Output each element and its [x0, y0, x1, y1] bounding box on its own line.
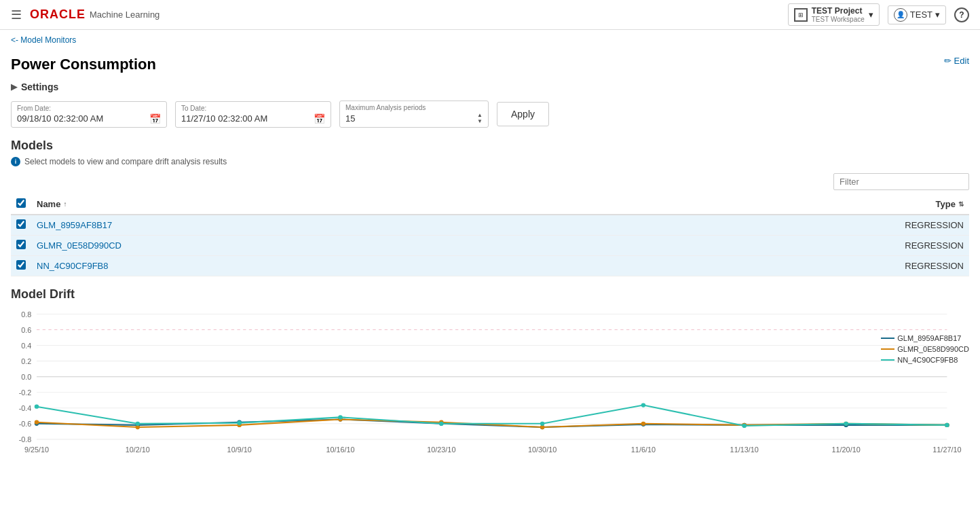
- filter-row: [11, 173, 969, 190]
- to-date-label: To Date:: [181, 105, 325, 112]
- max-analysis-inner: 15 ▲ ▼: [345, 113, 483, 124]
- legend-glm-color: [881, 338, 894, 339]
- user-selector[interactable]: 👤 TEST ▾: [888, 5, 946, 24]
- type-sort-icon: ⇅: [958, 200, 964, 208]
- model-link[interactable]: NN_4C90CF9FB8: [37, 261, 109, 271]
- legend-item-glmr: GLMR_0E58D990CD: [881, 345, 969, 353]
- row-name-cell: GLM_8959AF8B17: [31, 215, 874, 236]
- oracle-wordmark: ORACLE: [30, 7, 86, 22]
- models-table-header-row: Name ↑ Type ⇅: [11, 194, 969, 215]
- user-dropdown-icon: ▾: [935, 10, 940, 20]
- header-left: ☰ ORACLE Machine Learning: [11, 7, 159, 22]
- type-column-header[interactable]: Type ⇅: [874, 194, 969, 215]
- row-type-cell: REGRESSION: [874, 236, 969, 256]
- svg-text:9/25/10: 9/25/10: [24, 446, 49, 454]
- info-icon: i: [11, 157, 20, 166]
- from-date-label: From Date:: [17, 105, 161, 112]
- header: ☰ ORACLE Machine Learning ⊞ TEST Project…: [0, 0, 980, 30]
- svg-text:10/9/10: 10/9/10: [227, 446, 252, 454]
- model-drift-title: Model Drift: [11, 287, 969, 302]
- edit-pencil-icon: ✏: [944, 56, 951, 66]
- svg-text:11/6/10: 11/6/10: [631, 446, 656, 454]
- row-checkbox[interactable]: [16, 219, 26, 229]
- edit-label: Edit: [954, 56, 969, 66]
- svg-text:-0.2: -0.2: [19, 388, 32, 397]
- select-all-header[interactable]: [11, 194, 31, 215]
- settings-header[interactable]: ▶ Settings: [11, 81, 969, 92]
- from-date-field[interactable]: From Date: 09/18/10 02:32:00 AM 📅: [11, 101, 167, 128]
- oracle-logo: ORACLE Machine Learning: [30, 7, 159, 22]
- stepper-down-icon[interactable]: ▼: [477, 119, 483, 124]
- legend-glmr-label: GLMR_0E58D990CD: [897, 345, 969, 353]
- svg-point-38: [35, 420, 39, 424]
- model-drift-chart: 0.8 0.6 0.4 0.2 0.0 -0.2 -0.4 -0.6 -0.8: [11, 307, 969, 456]
- model-drift-section: Model Drift 0.8 0.6 0.4 0.2 0.0 -0.2 -0.…: [11, 287, 969, 456]
- model-link[interactable]: GLM_8959AF8B17: [37, 220, 112, 230]
- settings-expand-icon: ▶: [11, 82, 17, 92]
- name-column-header[interactable]: Name ↑: [31, 194, 874, 215]
- apply-button[interactable]: Apply: [497, 102, 549, 126]
- row-checkbox-cell[interactable]: [11, 215, 31, 236]
- legend-nn-color: [881, 359, 894, 361]
- svg-point-53: [540, 422, 545, 426]
- svg-text:10/16/10: 10/16/10: [326, 446, 354, 454]
- page-content: Power Consumption ✏ Edit ▶ Settings From…: [0, 50, 980, 462]
- svg-point-50: [237, 421, 242, 425]
- svg-text:-0.8: -0.8: [19, 435, 32, 443]
- max-analysis-label: Maximum Analysis periods: [345, 104, 483, 111]
- stepper-up-icon[interactable]: ▲: [477, 113, 483, 118]
- svg-text:0.0: 0.0: [21, 373, 31, 381]
- max-analysis-field[interactable]: Maximum Analysis periods 15 ▲ ▼: [339, 101, 489, 128]
- breadcrumb-link[interactable]: <- Model Monitors: [11, 35, 76, 45]
- to-date-value: 11/27/10 02:32:00 AM: [181, 113, 267, 124]
- svg-text:-0.6: -0.6: [19, 420, 32, 428]
- svg-point-55: [742, 424, 747, 428]
- svg-text:0.6: 0.6: [21, 326, 31, 334]
- drift-chart-svg: 0.8 0.6 0.4 0.2 0.0 -0.2 -0.4 -0.6 -0.8: [11, 307, 969, 456]
- row-checkbox[interactable]: [16, 240, 26, 249]
- row-name-cell: GLMR_0E58D990CD: [31, 236, 874, 256]
- svg-point-48: [35, 405, 39, 409]
- project-workspace: TEST Workspace: [812, 16, 865, 23]
- name-column-label: Name: [37, 199, 60, 209]
- svg-text:10/30/10: 10/30/10: [528, 446, 557, 454]
- svg-text:11/20/10: 11/20/10: [831, 446, 860, 454]
- max-analysis-value: 15: [345, 113, 355, 124]
- model-link[interactable]: GLMR_0E58D990CD: [37, 240, 121, 251]
- svg-text:11/13/10: 11/13/10: [730, 446, 759, 454]
- help-icon[interactable]: ?: [954, 7, 969, 22]
- svg-point-52: [439, 422, 444, 426]
- page-title-row: Power Consumption ✏ Edit: [11, 56, 969, 73]
- from-date-calendar-icon[interactable]: 📅: [149, 113, 161, 124]
- svg-text:0.2: 0.2: [21, 357, 31, 365]
- svg-point-49: [136, 422, 140, 426]
- models-hint: i Select models to view and compare drif…: [11, 157, 969, 166]
- svg-point-51: [338, 415, 343, 419]
- project-name: TEST Project: [812, 6, 865, 16]
- filter-input[interactable]: [833, 173, 969, 190]
- project-selector[interactable]: ⊞ TEST Project TEST Workspace ▾: [788, 3, 880, 26]
- row-type-cell: REGRESSION: [874, 256, 969, 276]
- project-dropdown-icon: ▾: [869, 10, 873, 20]
- edit-button[interactable]: ✏ Edit: [944, 56, 969, 66]
- project-text: TEST Project TEST Workspace: [812, 6, 865, 23]
- max-analysis-stepper[interactable]: ▲ ▼: [477, 113, 483, 124]
- to-date-calendar-icon[interactable]: 📅: [314, 113, 325, 124]
- row-checkbox[interactable]: [16, 260, 26, 270]
- svg-text:10/2/10: 10/2/10: [126, 446, 150, 454]
- legend-glm-label: GLM_8959AF8B17: [897, 334, 961, 342]
- to-date-field[interactable]: To Date: 11/27/10 02:32:00 AM 📅: [175, 101, 331, 128]
- models-section: Models i Select models to view and compa…: [11, 139, 969, 276]
- table-row: NN_4C90CF9FB8 REGRESSION: [11, 256, 969, 276]
- svg-text:-0.4: -0.4: [19, 404, 32, 412]
- models-table: Name ↑ Type ⇅ GLM_: [11, 194, 969, 276]
- project-icon: ⊞: [794, 8, 808, 22]
- settings-section: ▶ Settings From Date: 09/18/10 02:32:00 …: [11, 81, 969, 128]
- row-checkbox-cell[interactable]: [11, 236, 31, 256]
- legend-item-glm: GLM_8959AF8B17: [881, 334, 969, 342]
- hamburger-menu-icon[interactable]: ☰: [11, 7, 22, 22]
- table-row: GLMR_0E58D990CD REGRESSION: [11, 236, 969, 256]
- models-section-title: Models: [11, 139, 969, 153]
- row-checkbox-cell[interactable]: [11, 256, 31, 276]
- select-all-checkbox[interactable]: [16, 198, 26, 208]
